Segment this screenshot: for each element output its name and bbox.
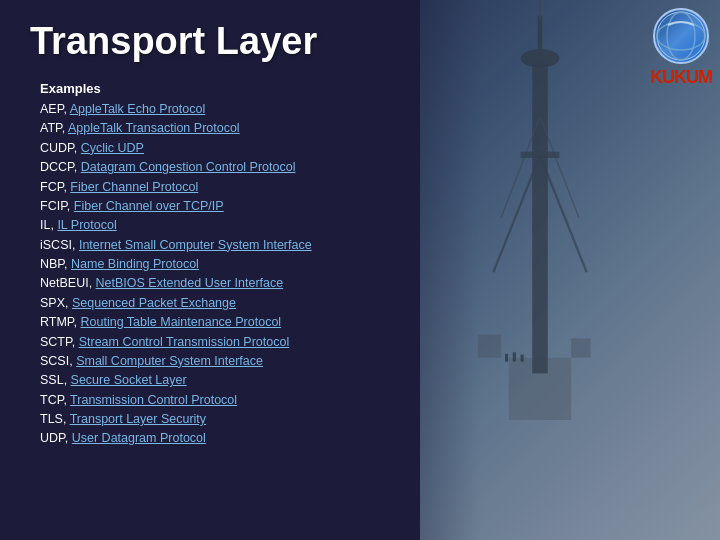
logo-icon bbox=[656, 11, 706, 61]
examples-label: Examples bbox=[40, 81, 690, 96]
protocol-link[interactable]: AppleTalk Echo Protocol bbox=[70, 102, 206, 116]
list-item: RTMP, Routing Table Maintenance Protocol bbox=[40, 313, 690, 332]
protocol-link[interactable]: AppleTalk Transaction Protocol bbox=[68, 121, 240, 135]
protocol-abbr: FCIP, bbox=[40, 199, 74, 213]
protocol-link[interactable]: IL Protocol bbox=[57, 218, 116, 232]
main-content: Transport Layer Examples AEP, AppleTalk … bbox=[0, 0, 720, 540]
protocol-link[interactable]: Transmission Control Protocol bbox=[70, 393, 237, 407]
list-item: SCTP, Stream Control Transmission Protoc… bbox=[40, 333, 690, 352]
protocol-link[interactable]: Name Binding Protocol bbox=[71, 257, 199, 271]
protocol-abbr: UDP, bbox=[40, 431, 72, 445]
protocol-link[interactable]: Cyclic UDP bbox=[81, 141, 144, 155]
logo-container: KUKUM bbox=[650, 8, 712, 88]
protocol-abbr: NetBEUI, bbox=[40, 276, 96, 290]
protocol-link[interactable]: Datagram Congestion Control Protocol bbox=[81, 160, 296, 174]
protocol-abbr: TCP, bbox=[40, 393, 70, 407]
protocol-abbr: IL, bbox=[40, 218, 57, 232]
protocol-link[interactable]: Internet Small Computer System Interface bbox=[79, 238, 312, 252]
list-item: FCIP, Fiber Channel over TCP/IP bbox=[40, 197, 690, 216]
protocol-abbr: SPX, bbox=[40, 296, 72, 310]
protocol-abbr: SCTP, bbox=[40, 335, 79, 349]
protocol-abbr: AEP, bbox=[40, 102, 70, 116]
protocol-abbr: ATP, bbox=[40, 121, 68, 135]
protocol-abbr: NBP, bbox=[40, 257, 71, 271]
svg-point-16 bbox=[657, 12, 705, 60]
protocol-abbr: FCP, bbox=[40, 180, 70, 194]
list-item: SPX, Sequenced Packet Exchange bbox=[40, 294, 690, 313]
list-item: AEP, AppleTalk Echo Protocol bbox=[40, 100, 690, 119]
list-item: NBP, Name Binding Protocol bbox=[40, 255, 690, 274]
list-item: CUDP, Cyclic UDP bbox=[40, 139, 690, 158]
svg-point-19 bbox=[659, 14, 703, 58]
list-item: ATP, AppleTalk Transaction Protocol bbox=[40, 119, 690, 138]
protocol-link[interactable]: Fiber Channel over TCP/IP bbox=[74, 199, 224, 213]
protocol-abbr: DCCP, bbox=[40, 160, 81, 174]
list-item: SSL, Secure Socket Layer bbox=[40, 371, 690, 390]
protocol-abbr: SCSI, bbox=[40, 354, 76, 368]
protocol-link[interactable]: Stream Control Transmission Protocol bbox=[79, 335, 290, 349]
page-title: Transport Layer bbox=[30, 20, 690, 63]
list-item: TCP, Transmission Control Protocol bbox=[40, 391, 690, 410]
protocol-abbr: RTMP, bbox=[40, 315, 81, 329]
protocol-link[interactable]: Secure Socket Layer bbox=[71, 373, 187, 387]
list-item: SCSI, Small Computer System Interface bbox=[40, 352, 690, 371]
list-item: iSCSI, Internet Small Computer System In… bbox=[40, 236, 690, 255]
protocol-link[interactable]: Sequenced Packet Exchange bbox=[72, 296, 236, 310]
protocol-abbr: CUDP, bbox=[40, 141, 81, 155]
list-item: TLS, Transport Layer Security bbox=[40, 410, 690, 429]
list-item: NetBEUI, NetBIOS Extended User Interface bbox=[40, 274, 690, 293]
slide: KUKUM Transport Layer Examples AEP, Appl… bbox=[0, 0, 720, 540]
protocol-link[interactable]: Transport Layer Security bbox=[70, 412, 206, 426]
protocol-abbr: TLS, bbox=[40, 412, 70, 426]
svg-point-18 bbox=[667, 12, 695, 60]
list-item: FCP, Fiber Channel Protocol bbox=[40, 178, 690, 197]
protocol-abbr: SSL, bbox=[40, 373, 71, 387]
list-item: IL, IL Protocol bbox=[40, 216, 690, 235]
protocol-link[interactable]: Small Computer System Interface bbox=[76, 354, 263, 368]
protocol-link[interactable]: User Datagram Protocol bbox=[72, 431, 206, 445]
list-item: DCCP, Datagram Congestion Control Protoc… bbox=[40, 158, 690, 177]
logo-text: KUKUM bbox=[650, 67, 712, 88]
protocol-link[interactable]: NetBIOS Extended User Interface bbox=[96, 276, 284, 290]
logo-circle bbox=[653, 8, 709, 64]
list-item: UDP, User Datagram Protocol bbox=[40, 429, 690, 448]
examples-section: Examples AEP, AppleTalk Echo ProtocolATP… bbox=[40, 81, 690, 449]
protocol-abbr: iSCSI, bbox=[40, 238, 79, 252]
svg-point-17 bbox=[657, 22, 705, 50]
protocol-list: AEP, AppleTalk Echo ProtocolATP, AppleTa… bbox=[40, 100, 690, 449]
protocol-link[interactable]: Fiber Channel Protocol bbox=[70, 180, 198, 194]
protocol-link[interactable]: Routing Table Maintenance Protocol bbox=[81, 315, 282, 329]
